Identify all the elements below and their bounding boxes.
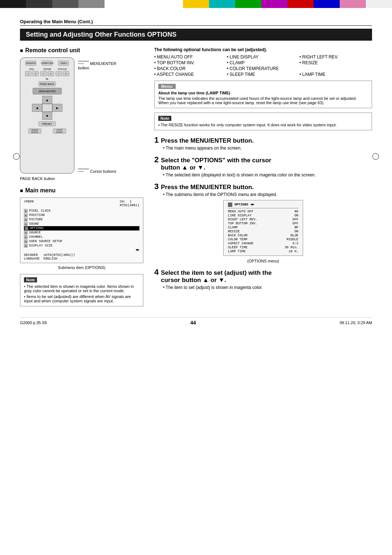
remote-annotations: ── MENU/ENTERbutton ── Cursor buttons bbox=[78, 57, 117, 174]
option-color-temperature: • COLOR TEMPERATURE bbox=[227, 66, 372, 71]
bar-pink bbox=[340, 0, 366, 8]
left-note-box: Note • The selected item is shown in mag… bbox=[20, 274, 143, 306]
preset-row: PRESET bbox=[23, 121, 72, 126]
options-row-clamp: CLAMPBP bbox=[228, 225, 298, 229]
up-btn[interactable]: ▲ bbox=[42, 96, 52, 104]
options-row-sleep-time: SLEEP TIME30 Min. bbox=[228, 245, 298, 249]
quick-align-btn[interactable]: QUICK ALIGN. bbox=[28, 128, 41, 134]
remote-container: OPERATE COMPUTER VIDEO VOL. − + bbox=[20, 57, 143, 174]
focus-group: FOCUS − + bbox=[56, 68, 69, 76]
step2-number: 2 bbox=[154, 156, 159, 164]
options-menu-header: OPTIONS ◄► bbox=[228, 203, 298, 208]
focus-btns: − + bbox=[56, 71, 69, 76]
options-icon-square bbox=[228, 203, 232, 207]
menu-item-user-source: ⊞ USER SOURCE SETUP bbox=[24, 239, 139, 244]
options-list: • MENU AUTO OFF • LINE DISPLAY • RIGHT L… bbox=[154, 54, 372, 77]
step3-number: 3 bbox=[154, 183, 159, 191]
page-back-btn[interactable]: PAGE BACK bbox=[38, 81, 56, 86]
preset-btn[interactable]: PRESET bbox=[38, 121, 56, 126]
source-icon: ⊞ bbox=[24, 231, 28, 234]
menu-display-box: YPBPR CH: 1NTSC(480i) ⊞ PIXEL CLOCK ⊞ PO… bbox=[20, 197, 143, 263]
page-back-row: PAGE BACK bbox=[23, 81, 72, 86]
menu-enter-btn[interactable]: MENU/ENTER bbox=[33, 88, 62, 94]
step4-block: 4 Select the item to set (adjust) with t… bbox=[154, 268, 372, 290]
bar-space bbox=[105, 0, 183, 8]
step2-sub: • The selected item (displayed in text) … bbox=[163, 172, 372, 177]
footer-center-page-number: 44 bbox=[190, 320, 196, 326]
options-row-resize: RESIZEON bbox=[228, 229, 298, 233]
option-right-left-rev: • RIGHT LEFT REV. bbox=[299, 54, 372, 60]
zoom-label: ZOOM bbox=[44, 68, 51, 70]
focus-plus-btn[interactable]: + bbox=[63, 71, 69, 76]
options-row-right-left-rev: RIGHT LEFT REV.OFF bbox=[228, 217, 298, 221]
bar-magenta bbox=[261, 0, 287, 8]
bar-mid bbox=[52, 0, 78, 8]
step4-sub: • The item to set (adjust) is shown in m… bbox=[163, 285, 372, 290]
step1-title: Press the MENU/ENTER button. bbox=[161, 137, 254, 144]
language-row: LANGUAGE ENGLISH bbox=[24, 257, 139, 261]
options-row-lamp-time: LAMP TIME10 H. bbox=[228, 249, 298, 253]
vol-minus-btn[interactable]: − bbox=[25, 71, 32, 76]
menu-item-options-highlighted: ⊞ OPTIONS bbox=[24, 226, 139, 230]
display-size-icon: ⊞ bbox=[24, 244, 28, 248]
step3-title: Press the MENU/ENTER button. bbox=[161, 184, 254, 191]
options-row-back-color: BACK COLORBLUE bbox=[228, 233, 298, 237]
bar-dark bbox=[26, 0, 52, 8]
option-clamp: • CLAMP bbox=[227, 60, 299, 65]
step1-block: 1 Press the MENU/ENTER button. • The mai… bbox=[154, 136, 372, 151]
pixel-clock-icon: ⊞ bbox=[24, 209, 28, 213]
submenu-label: Submenu item (OPTIONS) bbox=[20, 265, 143, 270]
operating-title: Operating the Main Menu (Cont.) bbox=[20, 19, 372, 26]
arrow-indicator: ◄► bbox=[24, 248, 139, 252]
computer-btn[interactable]: COMPUTER bbox=[42, 61, 53, 66]
main-title: Setting and Adjusting Other Functions OP… bbox=[20, 29, 372, 41]
focus-minus-btn[interactable]: − bbox=[56, 71, 62, 76]
zoom-plus-btn[interactable]: + bbox=[48, 71, 54, 76]
page-wrapper: Operating the Main Menu (Cont.) Setting … bbox=[0, 8, 392, 340]
cursor-annotation: ── Cursor buttons bbox=[78, 169, 117, 174]
option-resize: • RESIZE bbox=[299, 60, 372, 65]
option-back-color: • BACK COLOR bbox=[154, 66, 227, 71]
option-lamp-time: • LAMP TIME bbox=[299, 72, 372, 77]
step3-heading: 3 Press the MENU/ENTER button. bbox=[154, 183, 372, 191]
options-row-aspect-change: ASPECT CHANGE4:3 bbox=[228, 241, 298, 245]
header-color-bars bbox=[0, 0, 392, 8]
vol-plus-btn[interactable]: + bbox=[32, 71, 39, 76]
w-label: W. bbox=[23, 78, 72, 80]
vol-label: VOL. bbox=[29, 68, 35, 70]
menu-item-sound: ⊞ SOUND bbox=[24, 222, 139, 226]
menu-item-display-size: ⊞ DISPLAY SIZE bbox=[24, 244, 139, 248]
option-line-display: • LINE DISPLAY bbox=[227, 54, 299, 60]
right-note-box: Note • The RESIZE function works for onl… bbox=[154, 113, 372, 130]
zoom-minus-btn[interactable]: − bbox=[40, 71, 47, 76]
down-btn[interactable]: ▼ bbox=[42, 112, 52, 120]
step1-sub: • The main menu appears on the screen. bbox=[163, 146, 372, 151]
options-row-top-bottom-inv: TOP BOTTOM INV.OFF bbox=[228, 221, 298, 225]
option-top-bottom-inv: • TOP BOTTOM INV. bbox=[154, 60, 227, 65]
menu-item-pixel-clock: ⊞ PIXEL CLOCK bbox=[24, 209, 139, 213]
bottom-btns: QUICK ALIGN. AUTO ALIGN. bbox=[23, 128, 72, 134]
memo-title: Memo bbox=[158, 84, 176, 89]
page-back-label: PAGE BACK button bbox=[20, 176, 143, 181]
right-column: The following optional functions can be … bbox=[154, 47, 372, 306]
center-btn[interactable] bbox=[42, 104, 52, 112]
right-btn[interactable]: ► bbox=[52, 104, 62, 112]
step4-heading: 4 Select the item to set (adjust) with t… bbox=[154, 268, 372, 284]
two-column-layout: Remote control unit OPERATE COMPUTER VID… bbox=[20, 47, 372, 306]
remote-body: OPERATE COMPUTER VIDEO VOL. − + bbox=[20, 57, 74, 174]
bar-black bbox=[0, 0, 26, 8]
cursor-label: Cursor buttons bbox=[90, 169, 116, 174]
left-column: Remote control unit OPERATE COMPUTER VID… bbox=[20, 47, 143, 306]
operate-btn[interactable]: OPERATE bbox=[25, 61, 36, 66]
step2-heading: 2 Select the "OPTIONS" with the cursorbu… bbox=[154, 156, 372, 171]
left-btn[interactable]: ◄ bbox=[32, 104, 42, 112]
video-btn[interactable]: VIDEO bbox=[58, 61, 69, 66]
position-icon: ⊞ bbox=[24, 213, 28, 217]
ypbpr-label: YPBPR bbox=[24, 200, 34, 207]
auto-align-btn[interactable]: AUTO ALIGN. bbox=[53, 128, 66, 134]
ch-label: CH: 1NTSC(480i) bbox=[120, 200, 139, 207]
main-menu-section-title: Main menu bbox=[20, 187, 143, 194]
page-footer: G2000 p.35-59 44 99.11.20, 3:29 AM bbox=[20, 317, 372, 326]
menu-item-source: ⊞ SOURCE bbox=[24, 230, 139, 235]
menu-item-channel: ⊞ CHANNEL bbox=[24, 235, 139, 239]
